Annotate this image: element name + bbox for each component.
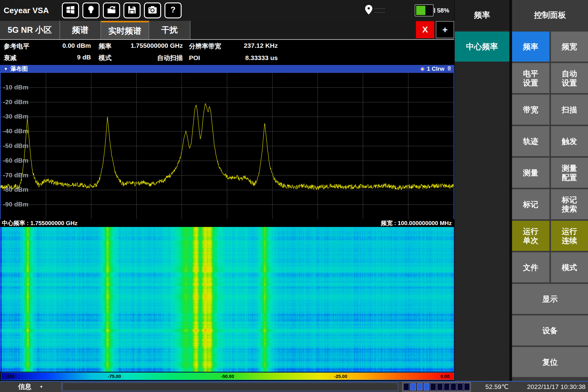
windows-icon [65, 5, 76, 16]
top-bar: Ceyear VSA [0, 0, 454, 21]
panel-button-level-setup[interactable]: 电平 设置 [512, 63, 549, 93]
panel-button-run-continuous[interactable]: 运行 连续 [551, 221, 588, 251]
tab-spectrum[interactable]: 频谱 [60, 21, 101, 39]
open-file-button[interactable] [103, 2, 120, 18]
y-tick-label: -40 dBm [3, 127, 28, 135]
progress-segment [450, 383, 456, 390]
gps-indicator: ------- ------- [365, 5, 385, 16]
spectrum-plot [1, 73, 454, 219]
waterfall-title: 瀑布图 [10, 65, 28, 73]
span-readout: 频宽 : 100.000000000 MHz [381, 219, 452, 227]
colorbar-tick: -50.00 [221, 374, 234, 379]
panel-button-trigger[interactable]: 触发 [551, 126, 588, 156]
param-row-1: 参考电平0.00 dBm 频率1.755000000 GHz 分辨率带宽237.… [0, 40, 454, 52]
temperature-readout: 52.59℃ [485, 383, 509, 390]
y-tick-label: -90 dBm [3, 201, 28, 208]
waterfall-spectrogram [0, 227, 454, 372]
collapse-caret-icon[interactable]: ▼ [4, 66, 8, 71]
progress-segments [402, 382, 471, 391]
y-tick-label: -30 dBm [3, 113, 28, 120]
question-mark-icon: ? [168, 5, 178, 16]
datetime-readout: 2022/11/17 10:30:38 [527, 383, 586, 390]
tab-spacer [190, 21, 416, 39]
center-frequency-button[interactable]: 中心频率 [455, 32, 509, 62]
y-tick-label: -20 dBm [3, 98, 28, 106]
battery-icon [415, 4, 434, 17]
y-tick-label: -50 dBm [3, 142, 28, 149]
location-pin-icon [365, 5, 373, 16]
frequency-menu-title: 频率 [455, 0, 509, 30]
progress-segment [457, 383, 463, 390]
status-divider [61, 382, 62, 391]
content: Ceyear VSA [0, 0, 588, 381]
panel-button-auto-setup[interactable]: 自动 设置 [551, 63, 588, 93]
progress-segment [437, 383, 443, 390]
progress-segment [444, 383, 450, 390]
close-tab-button[interactable]: X [416, 21, 434, 38]
panel-button-marker[interactable]: 标记 [512, 189, 549, 219]
param-mode: 模式自动扫描 [99, 54, 183, 62]
panel-button-frequency[interactable]: 频率 [512, 32, 549, 62]
y-tick-label: -80 dBm [3, 186, 28, 193]
amplitude-colorbar: -100 -75.00 -50.00 -25.00 0.00 [1, 372, 454, 380]
panel-button-file[interactable]: 文件 [512, 252, 549, 282]
app-title: Ceyear VSA [4, 6, 62, 15]
panel-button-display[interactable]: 显示 [512, 284, 588, 314]
help-button[interactable]: ? [164, 2, 182, 18]
param-rbw: 分辨率带宽237.12 KHz [189, 42, 278, 51]
waterfall-header: ▼ 瀑布图 1 Clrw [0, 65, 454, 73]
lightbulb-icon [86, 5, 96, 16]
colorbar-tick: -25.00 [334, 374, 347, 379]
control-panel-column: 控制面板 频率 频宽 电平 设置 自动 设置 带宽 扫描 轨迹 触发 测量 测量… [512, 0, 588, 381]
panel-button-trace[interactable]: 轨迹 [512, 126, 549, 156]
brightness-button[interactable] [82, 2, 100, 18]
windows-menu-button[interactable] [62, 2, 79, 18]
panel-button-measure[interactable]: 测量 [512, 158, 549, 188]
trace-color-dot-icon [420, 67, 424, 71]
frequency-menu-column: 频率 中心频率 [455, 0, 509, 381]
panel-button-run-single[interactable]: 运行 单次 [512, 221, 549, 251]
colorbar-tick: -75.00 [108, 374, 121, 379]
panel-button-marker-search[interactable]: 标记 搜索 [551, 189, 588, 219]
battery-percent: 58% [437, 7, 449, 14]
vsa-screen: Ceyear VSA [0, 0, 588, 392]
panel-button-bandwidth[interactable]: 带宽 [512, 95, 549, 125]
panel-button-mode[interactable]: 模式 [551, 252, 588, 282]
delete-trace-button[interactable] [447, 66, 452, 73]
panel-button-measure-config[interactable]: 测量 配置 [551, 158, 588, 188]
progress-segment [403, 383, 409, 390]
y-tick-label: -10 dBm [3, 84, 28, 91]
panel-divider [509, 0, 512, 381]
toolbar: ? [62, 2, 182, 18]
spectrogram-canvas [1, 227, 454, 372]
panel-button-sweep[interactable]: 扫描 [551, 95, 588, 125]
side-panel: 频率 中心频率 控制面板 频率 频宽 电平 设置 自动 设置 带宽 扫描 轨迹 … [454, 0, 588, 381]
status-bar: 信息 ▼ 52.59℃ 2022/11/17 10:30:38 [0, 381, 588, 392]
tab-interference[interactable]: 干扰 [149, 21, 190, 39]
battery-nub [434, 8, 435, 13]
parameter-readouts: 参考电平0.00 dBm 频率1.755000000 GHz 分辨率带宽237.… [0, 40, 454, 64]
panel-button-device[interactable]: 设备 [512, 315, 588, 345]
param-ref-level: 参考电平0.00 dBm [4, 42, 91, 51]
tab-5g-nr-cell[interactable]: 5G NR 小区 [0, 21, 60, 39]
trace-badge[interactable]: 1 Clrw [427, 66, 444, 72]
colorbar-tick: -100 [6, 374, 15, 379]
progress-segment [417, 383, 423, 390]
panel-button-span[interactable]: 频宽 [551, 32, 588, 62]
control-panel-title: 控制面板 [512, 0, 588, 30]
param-poi: POI8.33333 us [189, 54, 278, 62]
tab-realtime-spectrum[interactable]: 实时频谱 [101, 21, 149, 39]
progress-segment [410, 383, 416, 390]
panel-button-reset[interactable]: 复位 [512, 347, 588, 377]
floppy-disk-icon [127, 5, 137, 16]
save-button[interactable] [123, 2, 141, 18]
screenshot-button[interactable] [144, 2, 161, 18]
center-frequency-readout: 中心频率 : 1.755000000 GHz [2, 219, 77, 227]
add-tab-button[interactable]: + [436, 21, 454, 38]
info-dropdown[interactable]: 信息 ▼ [0, 382, 61, 391]
progress-segment [424, 383, 429, 390]
open-folder-icon [106, 5, 117, 16]
message-box [62, 383, 398, 391]
gps-coordinates-placeholder: ------- ------- [375, 8, 385, 13]
battery-indicator: 58% [415, 4, 449, 17]
